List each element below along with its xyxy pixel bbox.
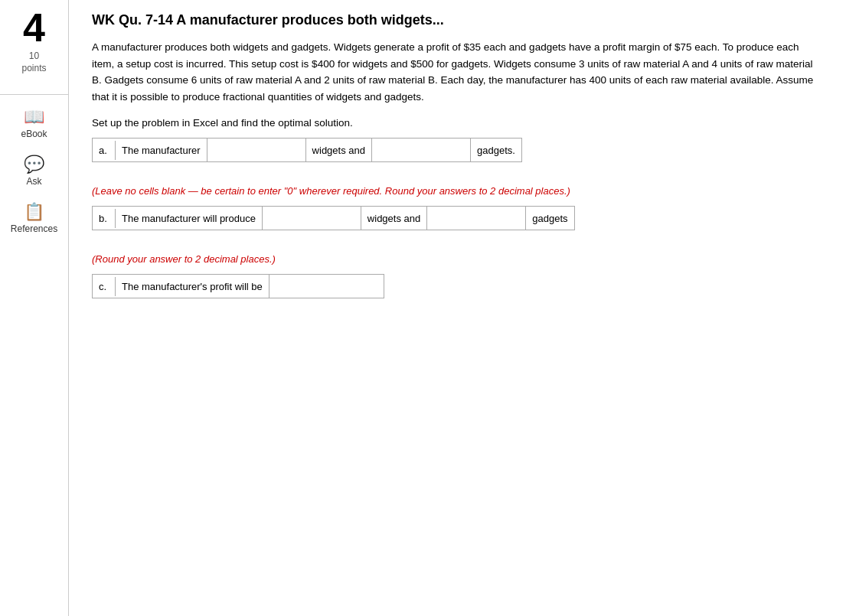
references-label: References: [11, 223, 57, 234]
part-a-label: a.: [93, 141, 116, 160]
part-c-input[interactable]: [269, 275, 384, 298]
sidebar-item-ask[interactable]: 💬 Ask: [0, 147, 68, 194]
part-a-input1[interactable]: [207, 139, 306, 161]
part-a-end-text: gadgets.: [471, 141, 521, 160]
points-label: 10 points: [21, 51, 46, 74]
part-c-row: c. The manufacturer's profit will be: [92, 274, 384, 298]
part-c-text-start: The manufacturer's profit will be: [116, 277, 269, 296]
ask-icon: 💬: [24, 155, 44, 174]
sidebar: 4 10 points 📖 eBook 💬 Ask 📋 References: [0, 0, 69, 616]
part-a-text-start: The manufacturer: [116, 141, 207, 160]
part-b-text-start: The manufacturer will produce: [116, 209, 262, 228]
part-a-input2[interactable]: [371, 139, 471, 161]
part-b-mid-text: widgets and: [361, 209, 426, 228]
leave-no-cells-note: (Leave no cells blank — be certain to en…: [92, 185, 823, 197]
part-b-row: b. The manufacturer will produce widgets…: [92, 206, 575, 230]
round-note: (Round your answer to 2 decimal places.): [92, 253, 823, 265]
question-body: A manufacturer produces both widgets and…: [92, 39, 823, 105]
sidebar-item-ebook[interactable]: 📖 eBook: [0, 99, 68, 147]
sidebar-item-references[interactable]: 📋 References: [0, 194, 68, 242]
part-b-input2[interactable]: [426, 207, 526, 230]
question-title: WK Qu. 7-14 A manufacturer produces both…: [92, 12, 823, 28]
ebook-icon: 📖: [24, 107, 44, 127]
question-number: 4: [23, 8, 45, 47]
references-icon: 📋: [24, 202, 44, 222]
sidebar-divider: [0, 94, 68, 95]
main-content: WK Qu. 7-14 A manufacturer produces both…: [69, 0, 846, 616]
ebook-label: eBook: [21, 129, 47, 139]
part-b-end-text: gadgets: [526, 209, 573, 228]
part-a-mid-text: widgets and: [306, 141, 371, 160]
part-b-label: b.: [93, 209, 116, 228]
part-c-label: c.: [93, 277, 116, 296]
setup-instruction: Set up the problem in Excel and find the…: [92, 117, 823, 129]
part-a-row: a. The manufacturer widgets and gadgets.: [92, 138, 522, 162]
ask-label: Ask: [26, 176, 41, 187]
part-b-input1[interactable]: [262, 207, 361, 230]
